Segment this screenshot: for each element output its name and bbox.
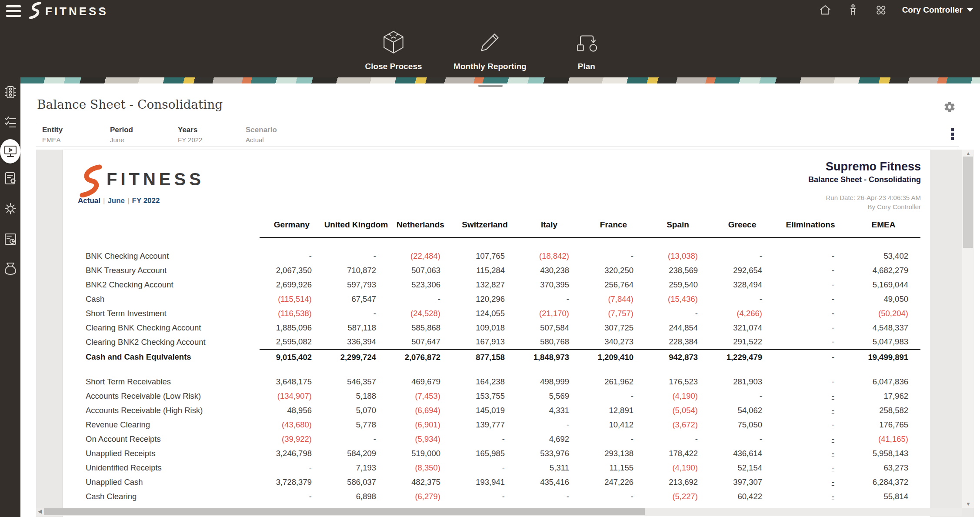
cell-value[interactable]: - [774, 389, 847, 403]
top-right-actions: Cory Controller [819, 3, 973, 17]
nav-card-label: Monthly Reporting [453, 62, 527, 71]
report-logo-text: FITNESS [107, 170, 204, 189]
horizontal-scrollbar[interactable]: ◀ [36, 508, 962, 516]
cell-value: 52,154 [710, 460, 774, 475]
nav-card-close-process[interactable]: Close Process [359, 27, 428, 71]
cell-value[interactable]: - [774, 374, 847, 389]
horizontal-scrollbar-thumb[interactable] [44, 508, 645, 515]
panel-drag-handle[interactable] [478, 85, 503, 87]
cell-value[interactable]: - [774, 489, 847, 504]
cell-value: 12,891 [581, 403, 646, 417]
cell-value: 4,548,337 [847, 320, 920, 335]
pov-scenario[interactable]: Scenario Actual [240, 126, 307, 143]
cell-value: 6,898 [324, 489, 388, 504]
active-item-highlight [0, 139, 20, 163]
report-page: FITNESS Actual|June|FY 2022 Supremo Fitn… [63, 150, 930, 517]
home-icon[interactable] [819, 3, 832, 17]
user-icon[interactable] [847, 3, 860, 17]
user-menu[interactable]: Cory Controller [902, 5, 973, 15]
cell-value[interactable]: - [774, 403, 847, 417]
cell-value: - [774, 335, 847, 349]
vertical-scrollbar[interactable]: ▲ ▼ [962, 150, 974, 508]
row-label: Accounts Receivable (High Risk) [86, 403, 260, 417]
nav-card-monthly-reporting[interactable]: Monthly Reporting [453, 27, 527, 71]
cell-value[interactable]: - [774, 475, 847, 489]
cell-value: 2,595,082 [260, 335, 324, 349]
table-row: Unapplied Cash3,728,379586,037482,375193… [86, 475, 920, 489]
cell-value: 436,614 [710, 446, 774, 460]
pov-period[interactable]: Period June [104, 126, 172, 143]
cell-value: 178,422 [646, 446, 710, 460]
sidebar-item-settings[interactable] [0, 200, 20, 217]
row-label: BNK2 Checking Account [86, 277, 260, 292]
cell-value: 281,903 [710, 374, 774, 389]
cell-value: 3,648,175 [260, 374, 324, 389]
brand-text: FITNESS [45, 5, 108, 18]
cell-value: 67,547 [324, 292, 388, 306]
cell-value: 5,047,983 [847, 335, 920, 349]
cell-value: 533,976 [517, 446, 581, 460]
col-header: Greece [710, 213, 774, 237]
cell-value: 292,654 [710, 263, 774, 277]
cell-value[interactable]: - [774, 417, 847, 432]
cell-value: (50,204) [847, 306, 920, 320]
row-label: Cash and Cash Equivalents [86, 349, 260, 365]
cell-value: 213,692 [646, 475, 710, 489]
sidebar-item-task-list[interactable] [0, 113, 20, 130]
row-label: Cash Clearing [86, 489, 260, 504]
cell-value: (6,279) [388, 489, 453, 504]
cell-value: 597,793 [324, 277, 388, 292]
nav-card-plan[interactable]: Plan [552, 27, 621, 71]
cell-value: 710,872 [324, 263, 388, 277]
cell-value: (116,538) [260, 306, 324, 320]
hamburger-menu-icon[interactable] [6, 5, 24, 20]
cell-value: 587,118 [324, 320, 388, 335]
sidebar-item-reports[interactable] [0, 230, 20, 248]
pov-years[interactable]: Years FY 2022 [172, 126, 240, 143]
cell-value: 435,416 [517, 475, 581, 489]
kebab-menu-icon[interactable] [949, 127, 956, 142]
table-row: Cash Clearing-6,898(6,279)---(5,227)60,4… [86, 489, 920, 504]
cell-value: 4,692 [517, 432, 581, 446]
user-name: Cory Controller [902, 5, 963, 15]
row-label: Unidentified Receipts [86, 460, 260, 475]
sidebar-item-dashboards[interactable] [0, 137, 20, 165]
cell-value: 60,422 [710, 489, 774, 504]
cell-value: 17,962 [847, 389, 920, 403]
cell-value: - [324, 306, 388, 320]
scroll-left-icon[interactable]: ◀ [38, 508, 42, 514]
cell-value: 5,778 [324, 417, 388, 432]
cell-value: 75,050 [710, 417, 774, 432]
vertical-scrollbar-thumb[interactable] [963, 157, 973, 248]
scroll-down-icon[interactable]: ▼ [962, 501, 974, 507]
gear-icon[interactable] [943, 101, 957, 114]
cell-value: 176,765 [847, 417, 920, 432]
report-viewport: FITNESS Actual|June|FY 2022 Supremo Fitn… [36, 150, 974, 517]
sidebar-item-money-bag[interactable] [0, 260, 20, 277]
spacer-row [86, 237, 920, 249]
cell-value: 109,018 [453, 320, 517, 335]
pov-entity[interactable]: Entity EMEA [36, 126, 104, 143]
apps-grid-icon[interactable] [874, 3, 887, 17]
cell-value: - [581, 489, 646, 504]
cell-value[interactable]: - [774, 446, 847, 460]
cell-value: (41,165) [847, 432, 920, 446]
sidebar-item-form-settings[interactable] [0, 170, 20, 187]
cell-value[interactable]: - [774, 460, 847, 475]
cell-value: 482,375 [388, 475, 453, 489]
scroll-up-icon[interactable]: ▲ [962, 150, 974, 157]
cell-value: (7,453) [388, 389, 453, 403]
cell-value: 63,273 [847, 460, 920, 475]
cell-value: 54,062 [710, 403, 774, 417]
cell-value: (134,907) [260, 389, 324, 403]
cell-value: 340,273 [581, 335, 646, 349]
cell-value: 228,384 [646, 335, 710, 349]
cell-value: 19,499,891 [847, 349, 920, 365]
table-header-row: Germany United Kingdom Netherlands Switz… [86, 213, 920, 237]
cell-value: 580,768 [517, 335, 581, 349]
cell-value[interactable]: - [774, 432, 847, 446]
cell-value: - [774, 277, 847, 292]
sidebar-item-traffic-light[interactable] [0, 83, 20, 101]
col-header: Eliminations [774, 213, 847, 237]
row-label: Short Term Receivables [86, 374, 260, 389]
